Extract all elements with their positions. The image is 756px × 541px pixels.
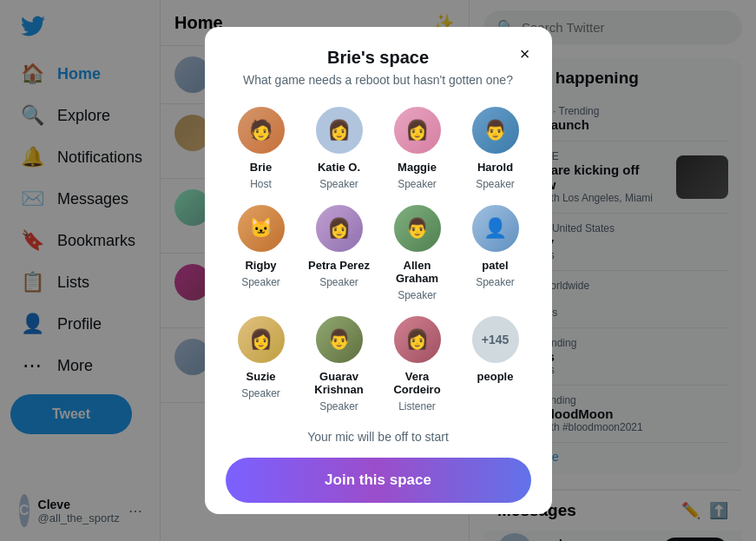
avatar: 👩 bbox=[391, 313, 444, 366]
avatar: 👩 bbox=[235, 313, 287, 366]
speaker-item-guarav: 👨 Guarav Krishnan Speaker bbox=[304, 313, 375, 412]
speaker-name: Rigby bbox=[245, 259, 276, 272]
avatar: 🐱 bbox=[235, 202, 287, 254]
speaker-role: Speaker bbox=[319, 400, 358, 412]
speaker-role: Speaker bbox=[241, 276, 280, 288]
modal-overlay[interactable]: × Brie's space What game needs a reboot … bbox=[0, 0, 756, 541]
speaker-name: Guarav Krishnan bbox=[304, 370, 375, 396]
speaker-name: Vera Cordeiro bbox=[382, 370, 453, 396]
speaker-item-harold: 👨 Harold Speaker bbox=[460, 104, 531, 190]
avatar: 👤 bbox=[470, 202, 522, 254]
speaker-name: Suzie bbox=[247, 370, 276, 383]
more-people-label: people bbox=[477, 370, 514, 383]
speaker-role: Listener bbox=[398, 400, 436, 412]
speakers-grid: 🧑 Brie Host 👩 Katie O. Speaker 👩 Maggie … bbox=[226, 104, 531, 412]
speaker-role: Speaker bbox=[476, 276, 515, 288]
speaker-role: Speaker bbox=[398, 289, 437, 301]
speaker-role: Speaker bbox=[319, 276, 358, 288]
more-people-item: +145 people bbox=[460, 313, 531, 412]
modal-subtitle: What game needs a reboot but hasn't gott… bbox=[226, 73, 531, 87]
avatar: 👨 bbox=[313, 313, 365, 366]
speaker-item-suzie: 👩 Suzie Speaker bbox=[226, 313, 297, 412]
join-space-button[interactable]: Join this space bbox=[226, 458, 531, 503]
speaker-name: Petra Perez bbox=[308, 259, 370, 272]
speaker-item-rigby: 🐱 Rigby Speaker bbox=[226, 202, 297, 301]
speaker-role: Speaker bbox=[241, 387, 280, 399]
speaker-role: Host bbox=[250, 178, 272, 190]
avatar: 👩 bbox=[313, 104, 365, 156]
speaker-role: Speaker bbox=[476, 178, 515, 190]
modal-title: Brie's space bbox=[226, 48, 531, 68]
speaker-item-patel: 👤 patel Speaker bbox=[460, 202, 531, 301]
avatar: 👩 bbox=[313, 202, 365, 254]
speaker-item-maggie: 👩 Maggie Speaker bbox=[382, 104, 453, 190]
speaker-name: Harold bbox=[477, 161, 513, 174]
speaker-name: Brie bbox=[250, 161, 272, 174]
speaker-name: Katie O. bbox=[318, 161, 360, 174]
speaker-name: Allen Graham bbox=[382, 259, 453, 285]
speaker-item-allen: 👨 Allen Graham Speaker bbox=[382, 202, 453, 301]
avatar: 🧑 bbox=[235, 104, 287, 156]
more-people-avatar: +145 bbox=[470, 313, 522, 366]
speaker-role: Speaker bbox=[319, 178, 358, 190]
avatar: 👨 bbox=[391, 202, 444, 254]
speaker-name: Maggie bbox=[398, 161, 437, 174]
avatar: 👨 bbox=[470, 104, 522, 156]
speaker-item-katie: 👩 Katie O. Speaker bbox=[304, 104, 375, 190]
speaker-item-brie: 🧑 Brie Host bbox=[226, 104, 297, 190]
avatar: 👩 bbox=[391, 104, 444, 156]
space-modal: × Brie's space What game needs a reboot … bbox=[205, 27, 552, 514]
speaker-item-vera: 👩 Vera Cordeiro Listener bbox=[382, 313, 453, 412]
speaker-name: patel bbox=[482, 259, 508, 272]
speaker-item-petra: 👩 Petra Perez Speaker bbox=[304, 202, 375, 301]
speaker-role: Speaker bbox=[398, 178, 437, 190]
mic-note: Your mic will be off to start bbox=[226, 430, 531, 444]
close-button[interactable]: × bbox=[510, 39, 540, 69]
